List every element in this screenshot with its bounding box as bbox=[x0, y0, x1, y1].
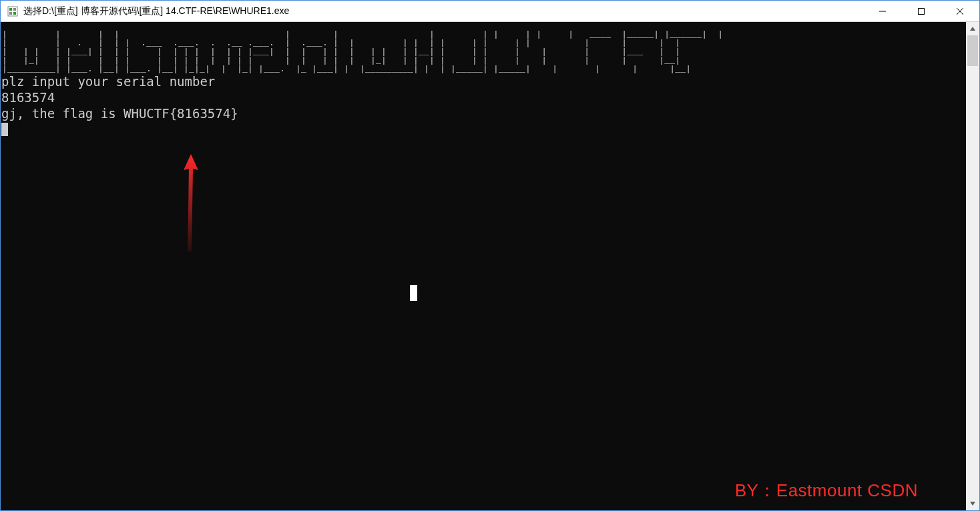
app-icon bbox=[7, 6, 18, 17]
scrollbar-thumb[interactable] bbox=[967, 35, 978, 66]
ascii-banner: | | | | | | | | | | | | ____ |_____| |__… bbox=[2, 30, 966, 73]
window-title: 选择D:\[重点] 博客开源代码\[重点] 14.CTF-RE\RE\WHURE… bbox=[23, 5, 289, 17]
minimize-button[interactable] bbox=[863, 1, 902, 21]
scroll-up-button[interactable] bbox=[966, 22, 979, 35]
titlebar[interactable]: 选择D:\[重点] 博客开源代码\[重点] 14.CTF-RE\RE\WHURE… bbox=[1, 1, 979, 22]
console-cursor bbox=[1, 123, 8, 136]
svg-rect-1 bbox=[9, 8, 12, 11]
text-caret bbox=[410, 285, 417, 301]
watermark-text: BY：Eastmount CSDN bbox=[735, 482, 918, 498]
console-output[interactable]: | | | | | | | | | | | | ____ |_____| |__… bbox=[1, 22, 966, 510]
scroll-down-button[interactable] bbox=[966, 497, 979, 510]
result-line: gj, the flag is WHUCTF{8163574} bbox=[1, 105, 966, 121]
scrollbar-track[interactable] bbox=[966, 35, 979, 497]
maximize-button[interactable] bbox=[902, 1, 941, 21]
vertical-scrollbar[interactable] bbox=[966, 22, 979, 510]
input-line: 8163574 bbox=[1, 89, 966, 105]
prompt-line: plz input your serial number bbox=[1, 73, 966, 89]
close-button[interactable] bbox=[941, 1, 979, 21]
svg-rect-6 bbox=[919, 8, 925, 14]
svg-rect-3 bbox=[9, 12, 12, 15]
arrow-annotation bbox=[181, 153, 201, 253]
window-controls bbox=[863, 1, 979, 21]
svg-rect-2 bbox=[13, 8, 16, 11]
app-window: 选择D:\[重点] 博客开源代码\[重点] 14.CTF-RE\RE\WHURE… bbox=[0, 0, 980, 511]
svg-rect-4 bbox=[13, 12, 16, 15]
client-area: | | | | | | | | | | | | ____ |_____| |__… bbox=[1, 22, 979, 510]
